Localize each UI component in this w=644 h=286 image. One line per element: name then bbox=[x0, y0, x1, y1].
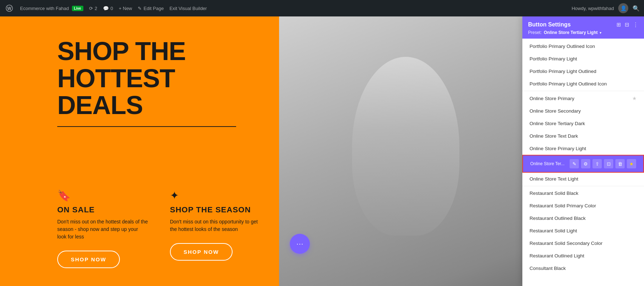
list-item-online-store-primary-light[interactable]: Online Store Primary Light bbox=[522, 142, 644, 155]
shop-now-button-2[interactable]: SHOP NOW bbox=[170, 243, 233, 261]
panel-header-icons: ⊞ ⊟ ⋮ bbox=[616, 21, 638, 28]
live-badge: Live bbox=[72, 6, 83, 11]
banner-card-1: 🔖 ON SALE Don't miss out on the hottest … bbox=[57, 189, 148, 268]
duplicate-preset-icon[interactable]: ⇧ bbox=[592, 159, 602, 168]
card2-title: SHOP THE SEASON bbox=[170, 205, 261, 214]
settings-preset-icon[interactable]: ⚙ bbox=[581, 159, 590, 168]
preset-label: Preset: bbox=[528, 30, 542, 35]
revisions-icon: ⟳ bbox=[89, 6, 93, 11]
list-item-online-store-primary[interactable]: Online Store Primary ★ bbox=[522, 92, 644, 105]
star-preset-icon[interactable]: ★ bbox=[627, 159, 636, 168]
panel-expand-icon[interactable]: ⊞ bbox=[616, 21, 621, 28]
list-item-online-store-tertiary-dark[interactable]: Online Store Tertiary Dark bbox=[522, 117, 644, 130]
active-item-toolbar: ✎ ⚙ ⇧ ⊡ 🗑 ★ bbox=[570, 159, 636, 168]
list-item-online-store-tertiary-light[interactable]: Online Store Ter... ✎ ⚙ ⇧ ⊡ 🗑 ★ bbox=[522, 155, 644, 173]
new-item[interactable]: + New bbox=[119, 6, 132, 11]
list-item-restaurant-solid-black[interactable]: Restaurant Solid Black bbox=[522, 187, 644, 199]
avatar: 👤 bbox=[618, 3, 628, 13]
edit-page-item[interactable]: ✎ Edit Page bbox=[138, 6, 164, 11]
list-item-portfolio-primary-light-outlined[interactable]: Portfolio Primary Light Outlined bbox=[522, 65, 644, 78]
panel-preset-row: Preset: Online Store Tertiary Light ▾ bbox=[528, 30, 638, 35]
preset-dropdown-list: Portfolio Primary Outlined Icon Portfoli… bbox=[522, 39, 644, 286]
banner-divider bbox=[57, 126, 236, 127]
preset-value: Online Store Tertiary Light bbox=[544, 30, 597, 35]
revisions-item[interactable]: ⟳ 2 bbox=[89, 6, 97, 11]
admin-bar-right: Howdy, wpwithfahad 👤 🔍 bbox=[572, 3, 640, 13]
panel-more-icon[interactable]: ⋮ bbox=[633, 21, 638, 28]
banner-title-line1: SHOP THE HOTTEST bbox=[57, 38, 261, 92]
edit-preset-icon[interactable]: ✎ bbox=[570, 159, 579, 168]
panel-header-top-row: Button Settings ⊞ ⊟ ⋮ bbox=[528, 21, 638, 28]
pencil-icon: ✎ bbox=[138, 6, 142, 11]
card1-title: ON SALE bbox=[57, 205, 148, 214]
list-item-consultant-black[interactable]: Consultant Black bbox=[522, 262, 644, 275]
card1-text: Don't miss out on the hottest deals of t… bbox=[57, 218, 148, 241]
sun-icon: ✦ bbox=[170, 189, 261, 202]
bookmark-icon: 🔖 bbox=[57, 189, 148, 202]
list-item-portfolio-primary-outlined-icon[interactable]: Portfolio Primary Outlined Icon bbox=[522, 40, 644, 53]
panel-columns-icon[interactable]: ⊟ bbox=[625, 21, 629, 28]
list-item-restaurant-solid-secondary[interactable]: Restaurant Solid Secondary Color bbox=[522, 237, 644, 250]
howdy-text: Howdy, wpwithfahad bbox=[572, 6, 614, 11]
banner-title-line2: DEALS bbox=[57, 92, 261, 119]
card2-text: Don't miss out on this opportunity to ge… bbox=[170, 218, 261, 233]
list-item-portfolio-primary-light[interactable]: Portfolio Primary Light bbox=[522, 53, 644, 65]
list-item-restaurant-solid-primary[interactable]: Restaurant Solid Primary Color bbox=[522, 199, 644, 212]
list-item-restaurant-outlined-black[interactable]: Restaurant Outlined Black bbox=[522, 212, 644, 225]
search-icon[interactable]: 🔍 bbox=[633, 5, 640, 12]
list-item-restaurant-solid-light[interactable]: Restaurant Solid Light bbox=[522, 225, 644, 237]
panel-title: Button Settings bbox=[528, 21, 571, 28]
admin-bar-left: W Ecommerce with Fahad Live ⟳ 2 💬 0 + Ne… bbox=[4, 3, 566, 13]
button-settings-panel: Button Settings ⊞ ⊟ ⋮ Preset: Online Sto… bbox=[522, 16, 644, 286]
main-area: SHOP THE HOTTEST DEALS 🔖 ON SALE Don't m… bbox=[0, 16, 644, 286]
banner-section: SHOP THE HOTTEST DEALS 🔖 ON SALE Don't m… bbox=[0, 16, 279, 286]
layout-preset-icon[interactable]: ⊡ bbox=[604, 159, 613, 168]
list-item-portfolio-primary-light-outlined-icon[interactable]: Portfolio Primary Light Outlined Icon bbox=[522, 78, 644, 90]
preset-chevron-icon[interactable]: ▾ bbox=[600, 31, 601, 35]
comments-icon: 💬 bbox=[103, 6, 109, 11]
wordpress-logo-icon[interactable]: W bbox=[4, 3, 14, 13]
list-item-online-store-text-dark[interactable]: Online Store Text Dark bbox=[522, 130, 644, 142]
list-item-online-store-secondary[interactable]: Online Store Secondary bbox=[522, 105, 644, 117]
shop-now-button-1[interactable]: SHOP NOW bbox=[57, 251, 120, 268]
list-item-restaurant-outlined-light[interactable]: Restaurant Outlined Light bbox=[522, 250, 644, 262]
star-icon-online-store-primary: ★ bbox=[632, 95, 637, 101]
banner-cards: 🔖 ON SALE Don't miss out on the hottest … bbox=[57, 189, 261, 268]
list-separator-1 bbox=[522, 91, 644, 91]
fab-button[interactable]: ⋯ bbox=[290, 234, 310, 254]
list-item-online-store-text-light[interactable]: Online Store Text Light bbox=[522, 173, 644, 185]
comments-item[interactable]: 💬 0 bbox=[103, 6, 113, 11]
svg-text:W: W bbox=[7, 6, 11, 11]
fab-icon: ⋯ bbox=[296, 240, 303, 248]
list-separator-2 bbox=[522, 186, 644, 186]
site-name[interactable]: Ecommerce with Fahad Live bbox=[20, 6, 83, 11]
admin-bar: W Ecommerce with Fahad Live ⟳ 2 💬 0 + Ne… bbox=[0, 0, 644, 16]
panel-header: Button Settings ⊞ ⊟ ⋮ Preset: Online Sto… bbox=[522, 16, 644, 39]
delete-preset-icon[interactable]: 🗑 bbox=[615, 159, 625, 168]
banner-card-2: ✦ SHOP THE SEASON Don't miss out on this… bbox=[170, 189, 261, 268]
exit-builder-item[interactable]: Exit Visual Builder bbox=[170, 6, 207, 11]
